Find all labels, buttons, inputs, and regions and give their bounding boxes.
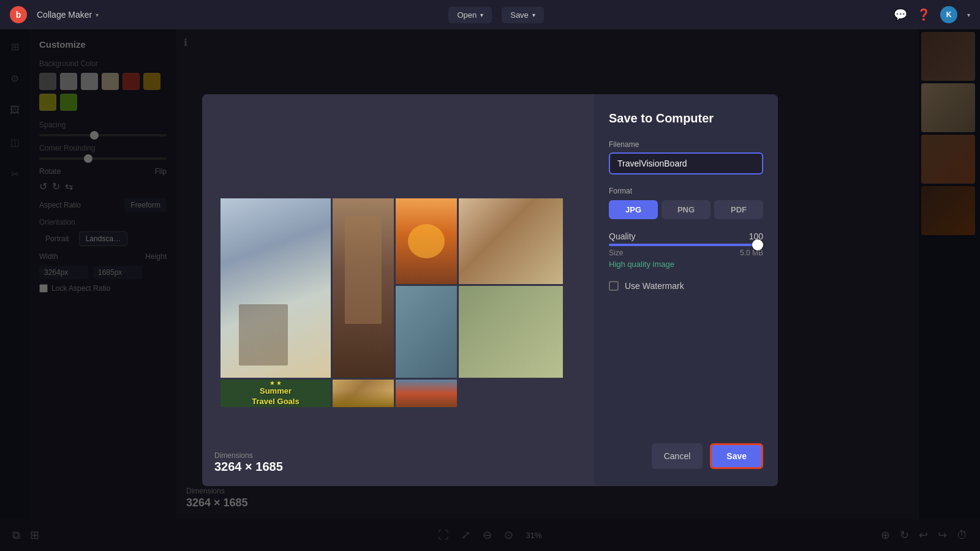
quality-text: High quality image [609, 260, 763, 269]
quality-track [609, 244, 763, 246]
app-logo[interactable]: b [10, 6, 27, 23]
watermark-row: Use Watermark [609, 281, 763, 291]
modal-cell-9 [396, 380, 457, 407]
cancel-button[interactable]: Cancel [652, 443, 703, 469]
format-png-button[interactable]: PNG [662, 200, 710, 219]
title-chevron-icon[interactable]: ▾ [96, 12, 99, 18]
format-label: Format [609, 187, 763, 195]
modal-collage-grid: ★ ★ Summer Travel Goals [221, 198, 576, 382]
quality-fill [609, 244, 761, 246]
quality-label: Quality [609, 231, 636, 241]
modal-cell-3 [459, 198, 563, 284]
modal-cell-1 [221, 198, 331, 378]
modal-footer: Cancel Save [609, 443, 763, 469]
quality-slider[interactable] [609, 244, 763, 246]
open-button[interactable]: Open ▾ [448, 7, 492, 23]
topbar: b Collage Maker ▾ Open ▾ Save ▾ 💬 ❓ K ▾ [0, 0, 980, 29]
size-row: Size 5.0 MB [609, 249, 763, 257]
modal-dim-value: 3264 × 1685 [214, 460, 283, 474]
save-form: Save to Computer Filename Format JPG PNG… [594, 94, 778, 486]
modal-cell-7-text: Summer Travel Goals [252, 386, 299, 407]
filename-input[interactable] [609, 152, 763, 174]
quality-thumb[interactable] [752, 239, 763, 250]
format-buttons: JPG PNG PDF [609, 200, 763, 219]
modal-title: Save to Computer [609, 111, 763, 126]
avatar-chevron-icon[interactable]: ▾ [967, 12, 970, 18]
format-pdf-button[interactable]: PDF [714, 200, 763, 219]
modal-cell-5 [396, 286, 457, 378]
user-avatar[interactable]: K [940, 6, 957, 23]
save-button-top[interactable]: Save ▾ [502, 7, 544, 23]
modal-preview: ★ ★ Summer Travel Goals Dimensions 3264 … [202, 94, 594, 486]
quality-row: Quality 100 [609, 231, 763, 241]
save-modal: ★ ★ Summer Travel Goals Dimensions 3264 … [202, 94, 778, 486]
app-title: Collage Maker ▾ [37, 10, 99, 20]
watermark-checkbox[interactable] [609, 281, 619, 291]
modal-dimensions: Dimensions 3264 × 1685 [214, 451, 283, 474]
watermark-label: Use Watermark [625, 281, 684, 291]
modal-cell-6 [459, 286, 563, 378]
modal-overlay: ★ ★ Summer Travel Goals Dimensions 3264 … [0, 29, 980, 551]
help-icon[interactable]: ❓ [917, 8, 930, 21]
topbar-center: Open ▾ Save ▾ [108, 7, 884, 23]
format-jpg-button[interactable]: JPG [609, 200, 658, 219]
save-modal-button[interactable]: Save [710, 443, 763, 469]
modal-cell-7: ★ ★ Summer Travel Goals [221, 380, 331, 407]
topbar-right: 💬 ❓ K ▾ [894, 6, 970, 23]
modal-cell-2 [396, 198, 457, 284]
modal-stars: ★ ★ [270, 380, 282, 386]
filename-label: Filename [609, 140, 763, 149]
modal-dim-label: Dimensions [214, 451, 283, 460]
modal-cell-4 [333, 198, 394, 378]
chat-icon[interactable]: 💬 [894, 8, 907, 21]
modal-cell-8 [333, 380, 394, 407]
size-label: Size [609, 249, 623, 257]
